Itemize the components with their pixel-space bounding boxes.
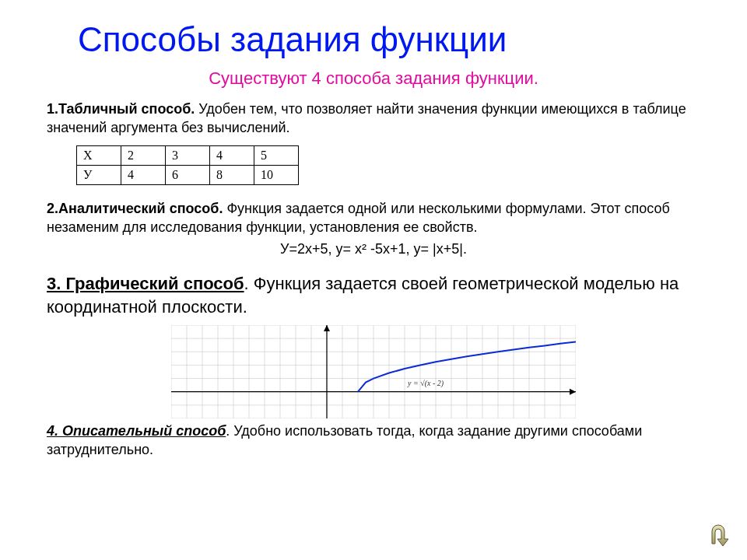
section-1-lead: 1.Табличный способ. <box>47 101 195 117</box>
section-2-formulas: У=2х+5, у= х² -5х+1, у= |х+5|. <box>47 240 700 258</box>
section-3-lead: 3. Графический способ <box>47 274 244 293</box>
table-cell: 6 <box>166 165 210 184</box>
svg-marker-38 <box>324 325 330 331</box>
svg-marker-37 <box>570 389 576 395</box>
chart-container: y = √(x - 2) <box>31 325 716 418</box>
table-cell: 4 <box>210 145 254 165</box>
slide: Способы задания функции Существуют 4 спо… <box>0 0 747 560</box>
u-turn-icon <box>703 520 732 550</box>
section-4-lead: 4. Описательный способ <box>47 423 226 439</box>
nav-back-button[interactable] <box>702 520 733 551</box>
table-row: Х 2 3 4 5 <box>77 145 299 165</box>
function-graph: y = √(x - 2) <box>171 325 576 418</box>
section-4: 4. Описательный способ. Удобно использов… <box>47 422 700 460</box>
section-1: 1.Табличный способ. Удобен тем, что позв… <box>47 100 700 138</box>
table-cell: У <box>77 165 121 184</box>
table-cell: 2 <box>121 145 166 165</box>
value-table: Х 2 3 4 5 У 4 6 8 10 <box>76 145 299 185</box>
table-cell: 3 <box>166 145 210 165</box>
section-2: 2.Аналитический способ. Функция задается… <box>47 199 700 259</box>
section-2-lead: 2.Аналитический способ. <box>47 201 223 216</box>
table-cell: Х <box>77 145 121 165</box>
table-cell: 5 <box>254 145 299 165</box>
table-cell: 8 <box>210 165 254 184</box>
section-3: 3. Графический способ. Функция задается … <box>47 272 700 318</box>
table-cell: 4 <box>121 165 166 184</box>
table-row: У 4 6 8 10 <box>77 165 299 184</box>
page-title: Способы задания функции <box>78 20 716 59</box>
subtitle: Существуют 4 способа задания функции. <box>31 68 716 89</box>
svg-text:y = √(x - 2): y = √(x - 2) <box>407 379 444 388</box>
table-cell: 10 <box>254 165 299 184</box>
